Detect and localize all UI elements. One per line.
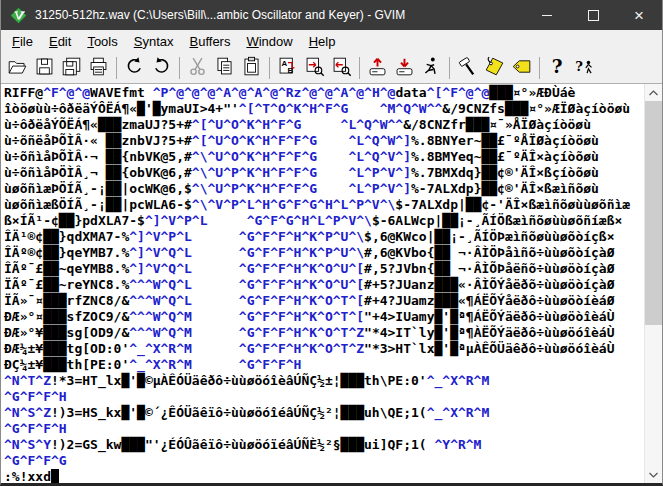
window-title: 31250-512hz.wav (C:\Users\Bill\...ambic … xyxy=(35,8,524,22)
menu-help[interactable]: Help xyxy=(301,32,344,51)
save-all-icon xyxy=(61,56,82,81)
run-script-button[interactable] xyxy=(418,55,445,81)
copy-button[interactable] xyxy=(211,55,238,81)
vim-logo-icon xyxy=(10,7,27,24)
toolbar-separator xyxy=(116,57,117,79)
make-button[interactable] xyxy=(454,55,481,81)
menu-file[interactable]: File xyxy=(4,32,41,51)
save-all-button[interactable] xyxy=(58,55,85,81)
load-session-button[interactable] xyxy=(364,55,391,81)
editor-line: ùøõñìæÞÖÍÃ¸-¡██|ocWK@6,$^\^U^P^K^H^F^F^G… xyxy=(4,181,644,197)
open-file-icon xyxy=(7,56,28,81)
open-file-button[interactable] xyxy=(4,55,31,81)
svg-text:B: B xyxy=(288,65,294,74)
run-script-icon xyxy=(421,56,442,81)
menu-buffers[interactable]: Buffers xyxy=(181,32,238,51)
editor-line: ^N^T^Z!*3=HT_lx█'█©µÀÊÓÜäêðô÷ùùøöóîèâÚÑÇ… xyxy=(4,373,644,389)
editor-line: ù÷õñëåÞÕÌÂ·« ██znbVJ?5+#^[^U^O^K^H^F^F^G… xyxy=(4,133,644,149)
maximize-button[interactable] xyxy=(570,0,616,30)
scrollbar-track[interactable] xyxy=(645,325,662,466)
help-icon: ? xyxy=(547,56,568,81)
find-replace-button[interactable]: AB xyxy=(274,55,301,81)
jump-to-tag-button[interactable] xyxy=(508,55,535,81)
editor-line: ù÷ôðëåÝÕËÁ¶«███zmaUJ?5+#^[^U^O^K^H^F^G ^… xyxy=(4,117,644,133)
close-icon: × xyxy=(634,7,644,24)
window-controls: × xyxy=(524,0,662,30)
editor-line: ÏÃ»¯¤███rfZNC8/&^^^W^Q^L ^G^F^F^H^K^O^T^… xyxy=(4,293,644,309)
chevron-down-icon xyxy=(649,472,658,478)
editor-line: RIFF@^F^@^@WAVEfmt ^P^@^@^@^A^@^A^@^Rz^@… xyxy=(4,85,644,101)
text-cursor xyxy=(51,469,59,483)
menu-syntax[interactable]: Syntax xyxy=(126,32,182,51)
editor-line: ÏÃº¯£██~reYNC8.%^^^W^Q^L ^G^F^F^H^K^O^U^… xyxy=(4,277,644,293)
gvim-window: 31250-512hz.wav (C:\Users\Bill\...ambic … xyxy=(0,0,663,486)
editor-line: ÎÃº¯£██~qeYMB8.%^]^V^Q^L ^G^F^F^H^K^O^U^… xyxy=(4,261,644,277)
menu-window[interactable]: Window xyxy=(238,32,300,51)
editor-line: ùøõñìæßÖÍÃ¸-¡██|pcWLA6-$^\^V^P^L^H^G^F^G… xyxy=(4,197,644,213)
vertical-scrollbar[interactable] xyxy=(644,84,662,483)
editor-text-area[interactable]: RIFF@^F^@^@WAVEfmt ^P^@^@^@^A^@^A^@^Rz^@… xyxy=(1,84,644,483)
menubar: FileEditToolsSyntaxBuffersWindowHelp xyxy=(1,30,662,53)
find-replace-icon: AB xyxy=(277,56,298,81)
editor-line: ^G^F^F^H xyxy=(4,421,644,437)
editor-line: ÎÄ¹®¢██}qdXMA7-%^]^V^P^L ^G^F^F^H^K^P^U^… xyxy=(4,229,644,245)
redo-icon xyxy=(151,56,172,81)
close-button[interactable]: × xyxy=(616,0,662,30)
maximize-icon xyxy=(588,10,599,21)
print-button[interactable] xyxy=(85,55,112,81)
editor-line: ^G^F^F^H xyxy=(4,389,644,405)
editor-line: îòöøùù÷ôðëäÝÔËÁ¶«█'█ymaUI>4+"'^[^T^O^K^H… xyxy=(4,101,644,117)
scrollbar-up-arrow[interactable] xyxy=(645,84,662,101)
editor-line: ù÷õñìåÞÖÌÂ¸¬ ██{obVK@6,#^\^U^P^K^H^F^F^G… xyxy=(4,165,644,181)
cut-button[interactable] xyxy=(184,55,211,81)
editor-line: ÐÇ¼±¥███th[PE:0'^_^X^R^M ^G^F^F^H xyxy=(4,357,644,373)
save-file-button[interactable] xyxy=(31,55,58,81)
scrollbar-down-arrow[interactable] xyxy=(645,466,662,483)
make-icon xyxy=(457,56,478,81)
jump-to-tag-icon xyxy=(511,56,532,81)
find-previous-icon xyxy=(331,56,352,81)
menu-edit[interactable]: Edit xyxy=(41,32,79,51)
toolbar-separator xyxy=(359,57,360,79)
save-session-button[interactable] xyxy=(391,55,418,81)
svg-text:?: ? xyxy=(575,58,583,73)
paste-button[interactable] xyxy=(238,55,265,81)
load-session-icon xyxy=(367,56,388,81)
redo-button[interactable] xyxy=(148,55,175,81)
editor-line: ^G^F^F^G xyxy=(4,453,644,469)
svg-text:A: A xyxy=(281,58,287,67)
find-previous-button[interactable] xyxy=(328,55,355,81)
editor-line: ÐÆ¼±¥███tg[OD:0'^_^X^R^M ^G^F^F^H^K^O^T^… xyxy=(4,341,644,357)
minimize-button[interactable] xyxy=(524,0,570,30)
editor-area: RIFF@^F^@^@WAVEfmt ^P^@^@^@^A^@^A^@^Rz^@… xyxy=(1,84,662,483)
save-file-icon xyxy=(34,56,55,81)
titlebar[interactable]: 31250-512hz.wav (C:\Users\Bill\...ambic … xyxy=(1,0,662,30)
find-next-button[interactable] xyxy=(301,55,328,81)
minimize-icon xyxy=(542,15,552,16)
paste-icon xyxy=(241,56,262,81)
cut-icon xyxy=(187,56,208,81)
menu-tools[interactable]: Tools xyxy=(79,32,125,51)
toolbar-separator xyxy=(179,57,180,79)
build-tags-button[interactable] xyxy=(481,55,508,81)
svg-text:?: ? xyxy=(552,56,563,77)
scrollbar-thumb[interactable] xyxy=(645,101,662,325)
command-line[interactable]: :%!xxd xyxy=(4,469,644,483)
copy-icon xyxy=(214,56,235,81)
toolbar-separator xyxy=(269,57,270,79)
print-icon xyxy=(88,56,109,81)
find-next-icon xyxy=(304,56,325,81)
editor-line: ÎÄº®¢██}qeYMB7.%^]^V^Q^L ^G^F^F^H^K^P^U^… xyxy=(4,245,644,261)
toolbar: AB?? xyxy=(1,53,662,84)
save-session-icon xyxy=(394,56,415,81)
editor-line: ù÷õñìåÞÕÌÂ·¬ ██{nbVK@5,#^\^U^O^K^H^F^F^G… xyxy=(4,149,644,165)
toolbar-separator xyxy=(449,57,450,79)
find-help-icon: ? xyxy=(574,56,595,81)
editor-line: ^N^S^Z!)3=HS_kx█'█©´¿ÊÓÜãêïô÷ùùøöóîéâÚÑÇ… xyxy=(4,405,644,421)
undo-icon xyxy=(124,56,145,81)
build-tags-icon xyxy=(484,56,505,81)
undo-button[interactable] xyxy=(121,55,148,81)
find-help-button[interactable]: ? xyxy=(571,55,598,81)
help-button[interactable]: ? xyxy=(544,55,571,81)
chevron-up-icon xyxy=(649,90,658,96)
